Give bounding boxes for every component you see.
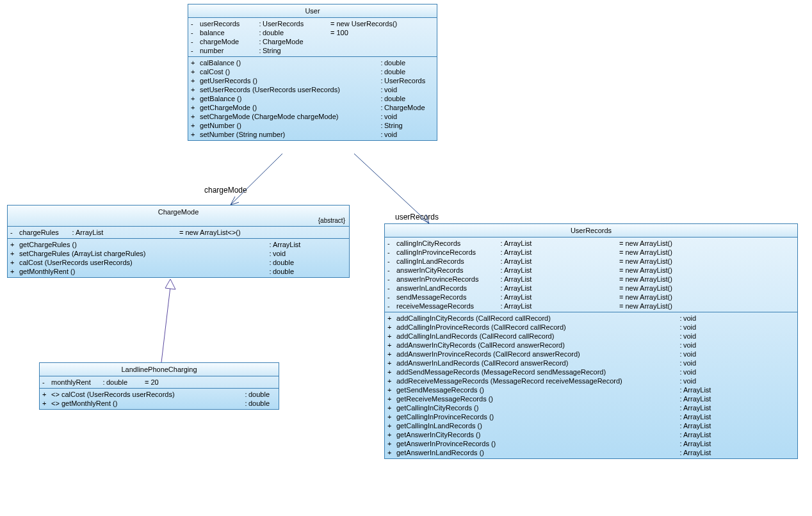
attr-row: -answerInLandRecords:ArrayList= new Arra… — [387, 284, 795, 293]
assoc-label-chargemode: chargeMode — [204, 186, 247, 195]
attr-row: -balance:double= 100 — [191, 28, 434, 37]
method-row: +setNumber (String number):void — [191, 130, 434, 139]
title-text: LandlinePhoneCharging — [121, 366, 197, 373]
class-title: LandlinePhoneCharging — [40, 363, 279, 376]
method-row: +getCallingInLandRecords ():ArrayList — [387, 421, 795, 430]
attr-row: -receiveMessageRecords:ArrayList= new Ar… — [387, 302, 795, 310]
class-landline: LandlinePhoneCharging -monthlyRent:doubl… — [39, 362, 279, 410]
method-row: +getAnswerInLandRecords ():ArrayList — [387, 448, 795, 457]
method-section-userrecords: +addCallingInCityRecords (CallRecord cal… — [385, 312, 797, 458]
title-text: ChargeMode — [158, 208, 199, 216]
attr-row: -sendMessageRecords:ArrayList= new Array… — [387, 293, 795, 302]
edge-user-chargemode — [231, 154, 282, 205]
method-row: +addCallingInLandRecords (CallRecord cal… — [387, 332, 795, 341]
attr-section-userrecords: -callingInCityRecords:ArrayList= new Arr… — [385, 238, 797, 312]
class-title: User — [188, 4, 437, 18]
attr-row: -callingInCityRecords:ArrayList= new Arr… — [387, 239, 795, 248]
attr-row: -userRecords:UserRecords= new UserRecord… — [191, 19, 434, 28]
attr-row: -callingInProvinceRecords:ArrayList= new… — [387, 248, 795, 257]
edge-landline-chargemode — [161, 287, 170, 362]
method-section-landline: +<> calCost (UserRecords userRecords):do… — [40, 389, 279, 409]
method-row: +getCallingInCityRecords ():ArrayList — [387, 403, 795, 412]
method-row: +calBalance ():double — [191, 58, 434, 67]
method-section-user: +calBalance ():double+calCost ():double+… — [188, 57, 437, 140]
method-row: +setUserRecords (UserRecords userRecords… — [191, 85, 434, 94]
abstract-marker: {abstract} — [318, 217, 345, 224]
attr-row: -callingInLandRecords:ArrayList= new Arr… — [387, 257, 795, 266]
method-row: +addSendMessageRecords (MessageRecord se… — [387, 367, 795, 376]
attr-section-user: -userRecords:UserRecords= new UserRecord… — [188, 18, 437, 57]
class-title: ChargeMode {abstract} — [8, 206, 349, 227]
attr-row: -monthlyRent:double= 20 — [42, 378, 276, 387]
method-row: +getCallingInProvinceRecords ():ArrayLis… — [387, 412, 795, 421]
attr-row: -number:String — [191, 46, 434, 55]
class-chargemode: ChargeMode {abstract} -chargeRules:Array… — [7, 205, 350, 278]
method-row: +getAnswerInCityRecords ():ArrayList — [387, 430, 795, 439]
method-row: +getAnswerInProvinceRecords ():ArrayList — [387, 439, 795, 448]
method-row: +addReceiveMessageRecords (MessageRecord… — [387, 376, 795, 385]
title-text: UserRecords — [571, 227, 612, 234]
method-row: +getChargeRules ():ArrayList — [10, 240, 346, 249]
method-row: +addAnswerInProvinceRecords (CallRecord … — [387, 350, 795, 359]
attr-row: -chargeMode:ChargeMode — [191, 37, 434, 46]
method-row: +<> calCost (UserRecords userRecords):do… — [42, 390, 276, 399]
class-userrecords: UserRecords -callingInCityRecords:ArrayL… — [384, 223, 798, 459]
method-row: +addCallingInCityRecords (CallRecord cal… — [387, 314, 795, 323]
method-row: +<> getMonthlyRent ():double — [42, 399, 276, 408]
attr-section-chargemode: -chargeRules:ArrayList= new ArrayList<>(… — [8, 227, 349, 239]
method-row: +getNumber ():String — [191, 121, 434, 130]
arrowhead-chargemode — [231, 197, 239, 205]
attr-row: -answerInCityRecords:ArrayList= new Arra… — [387, 266, 795, 275]
method-row: +getBalance ():double — [191, 94, 434, 103]
attr-row: -answerInProvinceRecords:ArrayList= new … — [387, 275, 795, 284]
method-row: +getReceiveMessageRecords ():ArrayList — [387, 394, 795, 403]
class-user: User -userRecords:UserRecords= new UserR… — [188, 4, 437, 141]
method-row: +calCost (UserRecords userRecords):doubl… — [10, 258, 346, 267]
method-row: +calCost ():double — [191, 67, 434, 76]
arrowhead-generalization — [165, 279, 175, 289]
method-row: +setChargeRules (ArrayList chargeRules):… — [10, 249, 346, 258]
method-row: +addCallingInProvinceRecords (CallRecord… — [387, 323, 795, 332]
attr-row: -chargeRules:ArrayList= new ArrayList<>(… — [10, 228, 346, 237]
method-row: +getUserRecords ():UserRecords — [191, 76, 434, 85]
method-section-chargemode: +getChargeRules ():ArrayList+setChargeRu… — [8, 239, 349, 277]
method-row: +addAnswerInCityRecords (CallRecord answ… — [387, 341, 795, 350]
method-row: +getChargeMode ():ChargeMode — [191, 103, 434, 112]
method-row: +setChargeMode (ChargeMode chargeMode):v… — [191, 112, 434, 121]
method-row: +getMonthlyRent ():double — [10, 267, 346, 276]
method-row: +addAnswerInLandRecords (CallRecord answ… — [387, 359, 795, 367]
attr-section-landline: -monthlyRent:double= 20 — [40, 376, 279, 389]
class-title: UserRecords — [385, 224, 797, 238]
assoc-label-userrecords: userRecords — [395, 213, 439, 222]
title-text: User — [305, 7, 320, 15]
method-row: +getSendMessageRecords ():ArrayList — [387, 385, 795, 394]
